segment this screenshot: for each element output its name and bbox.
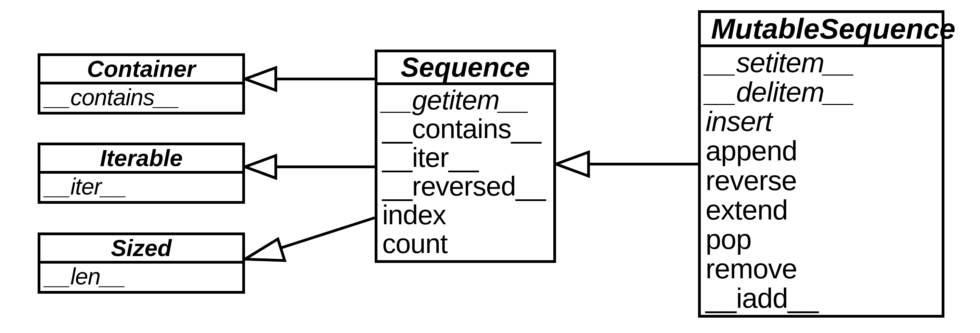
class-iterable: Iterable __iter__ bbox=[38, 143, 245, 204]
class-sequence: Sequence __getitem__ __contains__ __iter… bbox=[375, 49, 556, 263]
uml-diagram: Container __contains__ Iterable __iter__… bbox=[0, 0, 980, 333]
class-sequence-members: __getitem__ __contains__ __iter__ __reve… bbox=[377, 85, 553, 260]
edge-mutablesequence-to-sequence bbox=[556, 152, 698, 176]
member: __iter__ bbox=[382, 143, 549, 172]
class-iterable-members: __iter__ bbox=[40, 174, 242, 201]
edge-sequence-to-iterable bbox=[245, 155, 375, 178]
member: __len__ bbox=[45, 264, 237, 289]
member: reverse bbox=[706, 166, 937, 195]
member: __getitem__ bbox=[382, 86, 549, 114]
member: count bbox=[382, 229, 549, 258]
member: remove bbox=[706, 254, 937, 284]
class-sized-name: Sized bbox=[40, 235, 242, 263]
class-mutablesequence-members: __setitem__ __delitem__ insert append re… bbox=[701, 47, 942, 315]
edge-sequence-to-container bbox=[245, 68, 375, 90]
member: __contains__ bbox=[45, 85, 237, 109]
member: __iadd__ bbox=[706, 284, 937, 313]
member: __setitem__ bbox=[706, 48, 937, 77]
class-sequence-name: Sequence bbox=[377, 52, 553, 85]
member: insert bbox=[706, 107, 937, 136]
class-sized: Sized __len__ bbox=[38, 233, 245, 294]
class-iterable-name: Iterable bbox=[40, 145, 242, 174]
edge-sequence-to-sized bbox=[245, 218, 375, 260]
member: index bbox=[382, 201, 549, 229]
member: __contains__ bbox=[382, 114, 549, 143]
class-container: Container __contains__ bbox=[38, 53, 245, 114]
svg-marker-7 bbox=[556, 152, 589, 176]
member: extend bbox=[706, 195, 937, 225]
member: __iter__ bbox=[45, 174, 237, 199]
class-container-name: Container bbox=[40, 56, 242, 84]
svg-marker-5 bbox=[245, 239, 285, 260]
svg-line-4 bbox=[270, 218, 375, 251]
class-mutablesequence-name: MutableSequence bbox=[701, 13, 942, 47]
member: pop bbox=[706, 225, 937, 254]
class-mutablesequence: MutableSequence __setitem__ __delitem__ … bbox=[698, 10, 944, 318]
svg-marker-1 bbox=[245, 68, 276, 90]
class-sized-members: __len__ bbox=[40, 263, 242, 290]
member: __reversed__ bbox=[382, 172, 549, 201]
member: __delitem__ bbox=[706, 77, 937, 107]
class-container-members: __contains__ bbox=[40, 84, 242, 111]
member: append bbox=[706, 136, 937, 165]
svg-marker-3 bbox=[245, 155, 276, 178]
